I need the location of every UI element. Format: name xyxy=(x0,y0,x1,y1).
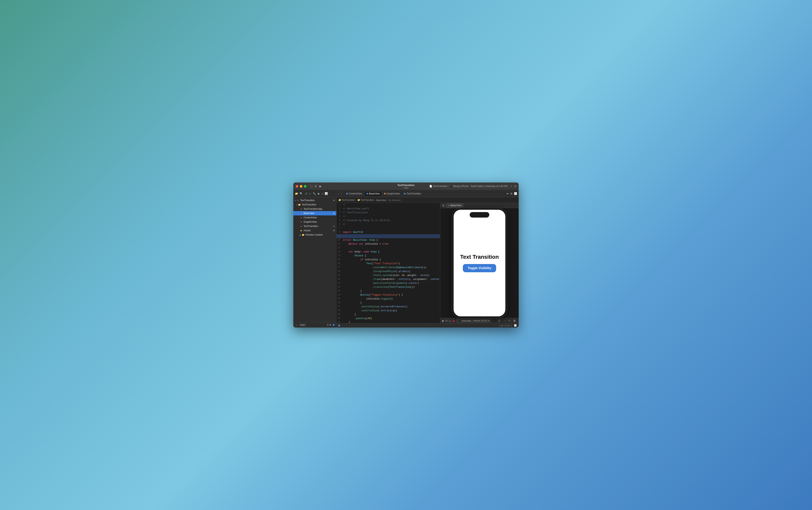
tab-graphicview[interactable]: GraphicView xyxy=(382,191,402,196)
add-button[interactable]: ＋ xyxy=(510,185,512,188)
test-icon[interactable]: ◁ xyxy=(321,192,323,195)
xcode-window: ⬛ ☰ ▶ TextTransition main 📄 TextTransiti… xyxy=(293,182,519,328)
debug-icon[interactable]: 🐞 xyxy=(452,319,455,322)
preview-bottom-bar: ▶ ↺ ◻ 🐞 📱 Automatic – iPhone 15 Pro ▾ ⊡ … xyxy=(440,318,519,323)
window-title: TextTransition xyxy=(397,183,415,187)
add-file-icon[interactable]: ＋ xyxy=(295,323,297,327)
swift-icon: ● xyxy=(299,216,303,219)
sidebar-label: Preview Content xyxy=(306,233,323,236)
filter-input[interactable]: Filter xyxy=(299,323,306,327)
hierarchy-icon[interactable]: ☰ xyxy=(315,185,317,188)
code-line-8: 8 import SwiftUI xyxy=(337,230,440,234)
toggle-visibility-button[interactable]: Toggle Visibility xyxy=(463,264,496,272)
inspect-icon[interactable]: ◻ xyxy=(449,319,451,322)
minimize-button[interactable] xyxy=(300,185,302,188)
badge-m: M xyxy=(333,229,335,232)
search-icon[interactable]: 🔍 xyxy=(299,192,303,195)
panel-toggle-icon[interactable]: ⬜ xyxy=(514,324,517,327)
code-editor[interactable]: 1 // 2 // BasicView.swift 3 // TextTrans… xyxy=(337,203,440,323)
status-bar: Line: 9 Col: 1 ⬜ xyxy=(337,323,519,328)
run-button[interactable]: ▶ xyxy=(319,185,322,188)
tab-forward-button[interactable]: › xyxy=(341,192,342,195)
tabs-bar: ‹ › ContentView BasicView GraphicView xyxy=(337,190,519,197)
panel-icon[interactable]: ⬜ xyxy=(514,192,517,195)
breadcrumb-item[interactable]: 📁 TextTransition xyxy=(339,199,355,201)
status-indicator xyxy=(339,325,340,327)
zoom-in-icon[interactable]: ＋ xyxy=(507,318,512,323)
sidebar-item-texttransition-root[interactable]: ▾ A TextTransition M xyxy=(293,198,336,202)
warning-icon[interactable]: ⚠ xyxy=(309,192,311,195)
tab-dot xyxy=(384,193,386,194)
vcs-icon[interactable]: ⎇ xyxy=(304,192,307,195)
code-line-9: 9 xyxy=(337,234,440,238)
report-icon[interactable]: 📊 xyxy=(325,192,328,195)
play-icon[interactable]: ▶ xyxy=(442,319,444,322)
project-icon: A xyxy=(296,199,299,202)
folder-icon: 📁 xyxy=(298,203,301,206)
preview-chip[interactable]: ● BasicView xyxy=(446,203,464,207)
sidebar-item-graphicview[interactable]: ● GraphicView xyxy=(293,220,336,224)
sidebar-item-texttransition-group[interactable]: ▾ 📁 TextTransition xyxy=(293,202,336,207)
sidebar-toggle-icon[interactable]: ⬛ xyxy=(310,185,313,188)
code-line-15: 15 if isVisible { xyxy=(337,258,440,262)
sidebar-item-preview-content[interactable]: ▶ 📁 Preview Content xyxy=(293,233,336,237)
zoom-out-icon[interactable]: － xyxy=(502,318,506,323)
debug-icon[interactable]: 🔧 xyxy=(313,192,316,195)
swift-icon: ● xyxy=(448,204,450,206)
code-line-11: 11 @State var isVisible = true xyxy=(337,242,440,246)
fullscreen-button[interactable] xyxy=(304,185,307,188)
sidebar: 📁 🔍 ⎇ ⚠ 🔧 ◉ ◁ 📊 ▾ A TextTransition M ▾ xyxy=(293,190,337,328)
zoom-actual-icon[interactable]: ⊠ xyxy=(513,318,517,323)
close-button[interactable] xyxy=(296,185,298,188)
code-line-31: 31 } xyxy=(337,320,440,323)
folder-icon[interactable]: 📁 xyxy=(295,192,298,195)
tab-basicview[interactable]: BasicView xyxy=(364,191,382,196)
sidebar-item-basicview[interactable]: ● BasicView A xyxy=(293,211,336,216)
breakpoint-icon[interactable]: ◉ xyxy=(317,192,320,195)
assets-icon: ◉ xyxy=(299,229,303,232)
disclosure-arrow: ▾ xyxy=(296,204,297,206)
breadcrumb-item[interactable]: BasicView xyxy=(376,199,386,201)
iphone-notch xyxy=(470,212,489,218)
traffic-lights xyxy=(296,185,307,188)
layout-icon[interactable]: ⧉ xyxy=(515,185,516,188)
status-right: Line: 9 Col: 1 ⬜ xyxy=(499,324,517,327)
split-left-icon[interactable]: ⬌ xyxy=(506,192,509,195)
tab-contentview[interactable]: ContentView xyxy=(344,191,364,196)
window-subtitle: main xyxy=(404,187,408,189)
sidebar-label: BasicView xyxy=(303,212,314,215)
device-selector[interactable]: 📱 Automatic – iPhone 15 Pro ▾ xyxy=(456,319,491,322)
grid-icon[interactable]: ⊞ xyxy=(510,192,513,195)
preview-settings-icon[interactable]: ⚙ xyxy=(442,204,444,207)
sidebar-toolbar: 📁 🔍 ⎇ ⚠ 🔧 ◉ ◁ 📊 xyxy=(293,190,336,197)
content-area: ‹ › ContentView BasicView GraphicView xyxy=(337,190,519,328)
code-line-7: 7 xyxy=(337,226,440,230)
iphone-frame: Text Transition Toggle Visibility xyxy=(452,208,507,318)
sidebar-content: ▾ A TextTransition M ▾ 📁 TextTransition … xyxy=(293,197,336,322)
refresh-icon[interactable]: ↺ xyxy=(445,319,447,322)
tab-dot xyxy=(346,193,348,194)
title-bar: ⬛ ☰ ▶ TextTransition main 📄 TextTransiti… xyxy=(293,182,519,190)
editor-content: 1 // 2 // BasicView.swift 3 // TextTrans… xyxy=(337,203,440,323)
view-toggle[interactable]: ☰ ⊞ xyxy=(327,323,331,326)
sidebar-label: TextTransitionApp xyxy=(303,207,322,210)
zoom-fit-icon[interactable]: ⊡ xyxy=(497,318,501,323)
code-line-3: 3 // TextTransition xyxy=(337,211,440,215)
folder-icon: 📁 xyxy=(301,233,305,236)
swift-icon: ● xyxy=(299,220,303,223)
tab-back-button[interactable]: ‹ xyxy=(338,192,340,195)
code-line-12: 12 xyxy=(337,246,440,250)
breadcrumb-no-selection: No Selection xyxy=(388,199,401,201)
disclosure-arrow: ▶ xyxy=(299,234,301,236)
main-layout: 📁 🔍 ⎇ ⚠ 🔧 ◉ ◁ 📊 ▾ A TextTransition M ▾ xyxy=(293,190,519,328)
tab-texttransition[interactable]: TextTransition xyxy=(402,191,423,196)
badge-a: A xyxy=(333,225,335,227)
breadcrumb-item[interactable]: 📁 TextTransition xyxy=(357,199,374,201)
iphone-screen-content: Text Transition Toggle Visibility xyxy=(456,250,502,276)
sidebar-item-texttransition[interactable]: ● TextTransition A xyxy=(293,224,336,228)
tab-label: GraphicView xyxy=(386,192,400,195)
sidebar-item-contentview[interactable]: ● ContentView xyxy=(293,216,336,220)
sidebar-item-assets[interactable]: ◉ Assets M xyxy=(293,228,336,233)
code-line-22: 22 .transition(TextTransition()) xyxy=(337,285,440,289)
sidebar-item-texttransitionapp[interactable]: ● TextTransitionApp xyxy=(293,207,336,211)
